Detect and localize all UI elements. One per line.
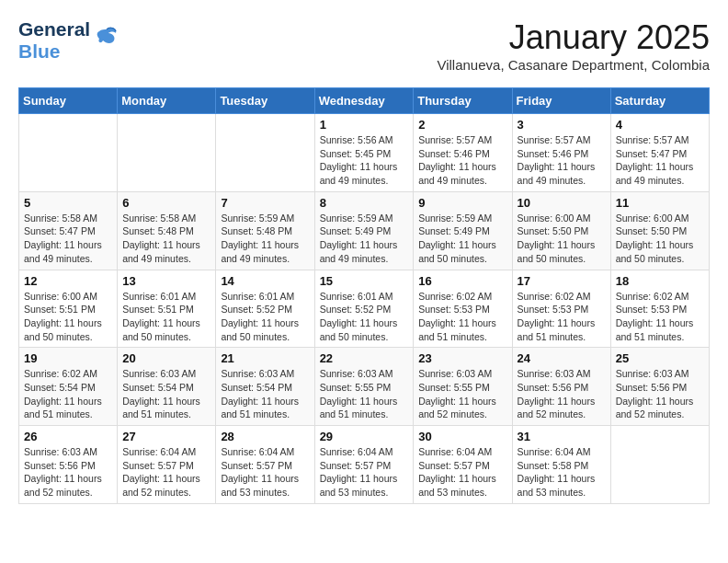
- page-header: General Blue January 2025 Villanueva, Ca…: [18, 18, 710, 73]
- weekday-header: Thursday: [414, 88, 512, 114]
- cell-info: Sunrise: 5:58 AMSunset: 5:48 PMDaylight:…: [122, 212, 210, 266]
- day-number: 21: [221, 351, 309, 365]
- cell-info: Sunrise: 6:01 AMSunset: 5:52 PMDaylight:…: [320, 290, 409, 344]
- weekday-header: Saturday: [610, 88, 709, 114]
- cell-info: Sunrise: 6:03 AMSunset: 5:54 PMDaylight:…: [122, 367, 210, 421]
- calendar-cell: [610, 426, 709, 504]
- calendar-cell: 25Sunrise: 6:03 AMSunset: 5:56 PMDayligh…: [610, 348, 709, 426]
- calendar-table: SundayMondayTuesdayWednesdayThursdayFrid…: [18, 87, 710, 504]
- calendar-cell: 12Sunrise: 6:00 AMSunset: 5:51 PMDayligh…: [19, 270, 118, 348]
- cell-info: Sunrise: 6:01 AMSunset: 5:51 PMDaylight:…: [122, 290, 210, 344]
- cell-info: Sunrise: 6:00 AMSunset: 5:50 PMDaylight:…: [518, 212, 606, 266]
- weekday-header: Sunday: [19, 88, 118, 114]
- day-number: 16: [418, 274, 506, 288]
- calendar-cell: 29Sunrise: 6:04 AMSunset: 5:57 PMDayligh…: [314, 426, 414, 504]
- day-number: 25: [616, 351, 704, 365]
- calendar-cell: 7Sunrise: 5:59 AMSunset: 5:48 PMDaylight…: [216, 191, 314, 270]
- calendar-cell: 22Sunrise: 6:03 AMSunset: 5:55 PMDayligh…: [314, 348, 414, 426]
- title-block: January 2025 Villanueva, Casanare Depart…: [437, 18, 710, 73]
- calendar-cell: 8Sunrise: 5:59 AMSunset: 5:49 PMDaylight…: [314, 191, 414, 270]
- day-number: 22: [320, 351, 409, 365]
- calendar-week-row: 26Sunrise: 6:03 AMSunset: 5:56 PMDayligh…: [19, 426, 710, 504]
- calendar-cell: 14Sunrise: 6:01 AMSunset: 5:52 PMDayligh…: [216, 270, 314, 348]
- day-number: 15: [320, 274, 409, 288]
- calendar-cell: 5Sunrise: 5:58 AMSunset: 5:47 PMDaylight…: [19, 191, 118, 270]
- weekday-header: Tuesday: [216, 88, 314, 114]
- location-subtitle: Villanueva, Casanare Department, Colombi…: [437, 57, 710, 73]
- day-number: 26: [24, 430, 112, 443]
- cell-info: Sunrise: 6:02 AMSunset: 5:53 PMDaylight:…: [518, 290, 606, 344]
- day-number: 8: [320, 196, 409, 210]
- calendar-cell: [216, 114, 314, 192]
- calendar-cell: 6Sunrise: 5:58 AMSunset: 5:48 PMDaylight…: [118, 191, 216, 270]
- day-number: 1: [320, 118, 409, 132]
- calendar-cell: 28Sunrise: 6:04 AMSunset: 5:57 PMDayligh…: [216, 426, 314, 504]
- day-number: 12: [24, 274, 112, 288]
- calendar-cell: 26Sunrise: 6:03 AMSunset: 5:56 PMDayligh…: [19, 426, 118, 504]
- calendar-cell: [118, 114, 216, 192]
- day-number: 5: [24, 196, 112, 210]
- cell-info: Sunrise: 5:59 AMSunset: 5:49 PMDaylight:…: [320, 212, 409, 266]
- calendar-cell: 16Sunrise: 6:02 AMSunset: 5:53 PMDayligh…: [414, 270, 512, 348]
- weekday-header: Wednesday: [314, 88, 414, 114]
- day-number: 2: [418, 118, 506, 132]
- day-number: 7: [221, 196, 309, 210]
- cell-info: Sunrise: 6:03 AMSunset: 5:56 PMDaylight:…: [24, 445, 112, 500]
- cell-info: Sunrise: 6:03 AMSunset: 5:54 PMDaylight:…: [221, 367, 309, 421]
- cell-info: Sunrise: 6:03 AMSunset: 5:55 PMDaylight:…: [320, 367, 409, 421]
- calendar-cell: 19Sunrise: 6:02 AMSunset: 5:54 PMDayligh…: [19, 348, 118, 426]
- day-number: 4: [616, 118, 704, 132]
- day-number: 20: [122, 351, 210, 365]
- calendar-header-row: SundayMondayTuesdayWednesdayThursdayFrid…: [19, 88, 710, 114]
- calendar-cell: 23Sunrise: 6:03 AMSunset: 5:55 PMDayligh…: [414, 348, 512, 426]
- calendar-cell: 3Sunrise: 5:57 AMSunset: 5:46 PMDaylight…: [512, 114, 610, 192]
- cell-info: Sunrise: 5:57 AMSunset: 5:46 PMDaylight:…: [418, 133, 506, 188]
- calendar-week-row: 5Sunrise: 5:58 AMSunset: 5:47 PMDaylight…: [19, 191, 710, 270]
- cell-info: Sunrise: 5:57 AMSunset: 5:46 PMDaylight:…: [518, 133, 606, 188]
- calendar-cell: 21Sunrise: 6:03 AMSunset: 5:54 PMDayligh…: [216, 348, 314, 426]
- calendar-week-row: 12Sunrise: 6:00 AMSunset: 5:51 PMDayligh…: [19, 270, 710, 348]
- cell-info: Sunrise: 6:04 AMSunset: 5:58 PMDaylight:…: [518, 445, 606, 500]
- cell-info: Sunrise: 6:04 AMSunset: 5:57 PMDaylight:…: [221, 445, 309, 500]
- day-number: 18: [616, 274, 704, 288]
- cell-info: Sunrise: 5:58 AMSunset: 5:47 PMDaylight:…: [24, 212, 112, 266]
- cell-info: Sunrise: 6:03 AMSunset: 5:55 PMDaylight:…: [418, 367, 506, 421]
- weekday-header: Friday: [512, 88, 610, 114]
- day-number: 28: [221, 430, 309, 443]
- calendar-week-row: 1Sunrise: 5:56 AMSunset: 5:45 PMDaylight…: [19, 114, 710, 192]
- cell-info: Sunrise: 5:59 AMSunset: 5:49 PMDaylight:…: [418, 212, 506, 266]
- day-number: 13: [122, 274, 210, 288]
- calendar-cell: 9Sunrise: 5:59 AMSunset: 5:49 PMDaylight…: [414, 191, 512, 270]
- month-year-title: January 2025: [437, 18, 710, 57]
- calendar-cell: 2Sunrise: 5:57 AMSunset: 5:46 PMDaylight…: [414, 114, 512, 192]
- calendar-cell: 24Sunrise: 6:03 AMSunset: 5:56 PMDayligh…: [512, 348, 610, 426]
- logo-bird-icon: [94, 24, 119, 53]
- logo-line2: Blue: [18, 40, 90, 63]
- calendar-cell: 17Sunrise: 6:02 AMSunset: 5:53 PMDayligh…: [512, 270, 610, 348]
- calendar-cell: [19, 114, 118, 192]
- logo-line1: General: [18, 18, 90, 40]
- day-number: 31: [518, 430, 606, 443]
- day-number: 23: [418, 351, 506, 365]
- cell-info: Sunrise: 6:00 AMSunset: 5:51 PMDaylight:…: [24, 290, 112, 344]
- calendar-cell: 15Sunrise: 6:01 AMSunset: 5:52 PMDayligh…: [314, 270, 414, 348]
- calendar-cell: 31Sunrise: 6:04 AMSunset: 5:58 PMDayligh…: [512, 426, 610, 504]
- day-number: 19: [24, 351, 112, 365]
- cell-info: Sunrise: 6:02 AMSunset: 5:54 PMDaylight:…: [24, 367, 112, 421]
- calendar-cell: 1Sunrise: 5:56 AMSunset: 5:45 PMDaylight…: [314, 114, 414, 192]
- cell-info: Sunrise: 5:56 AMSunset: 5:45 PMDaylight:…: [320, 133, 409, 188]
- cell-info: Sunrise: 6:01 AMSunset: 5:52 PMDaylight:…: [221, 290, 309, 344]
- calendar-cell: 18Sunrise: 6:02 AMSunset: 5:53 PMDayligh…: [610, 270, 709, 348]
- day-number: 9: [418, 196, 506, 210]
- cell-info: Sunrise: 6:04 AMSunset: 5:57 PMDaylight:…: [418, 445, 506, 500]
- cell-info: Sunrise: 6:04 AMSunset: 5:57 PMDaylight:…: [122, 445, 210, 500]
- day-number: 17: [518, 274, 606, 288]
- day-number: 29: [320, 430, 409, 443]
- calendar-cell: 20Sunrise: 6:03 AMSunset: 5:54 PMDayligh…: [118, 348, 216, 426]
- weekday-header: Monday: [118, 88, 216, 114]
- day-number: 30: [418, 430, 506, 443]
- calendar-cell: 30Sunrise: 6:04 AMSunset: 5:57 PMDayligh…: [414, 426, 512, 504]
- day-number: 14: [221, 274, 309, 288]
- day-number: 6: [122, 196, 210, 210]
- cell-info: Sunrise: 6:03 AMSunset: 5:56 PMDaylight:…: [518, 367, 606, 421]
